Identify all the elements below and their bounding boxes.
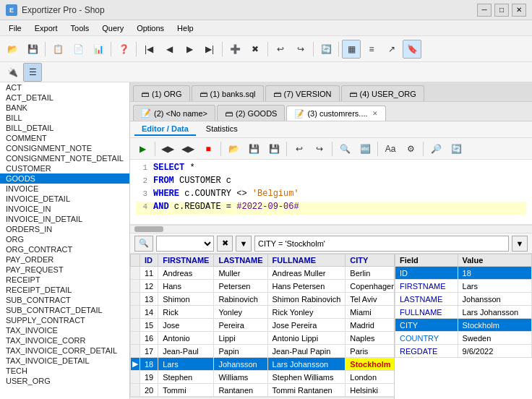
filter-apply-button[interactable]: ▼ xyxy=(236,236,252,252)
close-button[interactable]: ✕ xyxy=(512,4,526,17)
nav-first[interactable]: |◀ xyxy=(140,40,158,59)
menu-tools[interactable]: Tools xyxy=(65,22,95,34)
props-row[interactable]: FULLNAMELars Johansson xyxy=(395,306,532,319)
filter-clear-button[interactable]: ✖ xyxy=(217,236,233,252)
col-header-id[interactable]: ID xyxy=(140,254,158,267)
save-sql-button[interactable]: 💾 xyxy=(244,140,263,158)
tab-goods[interactable]: 🗃 (2) GOODS xyxy=(217,105,285,121)
search-text-button[interactable]: 🔤 xyxy=(356,140,374,158)
sidebar-item-bank[interactable]: BANK xyxy=(0,103,129,113)
props-row[interactable]: REGDATE9/6/2022 xyxy=(395,345,532,358)
nav-prev[interactable]: ◀ xyxy=(160,40,179,59)
sidebar-item-sub-contract-detail[interactable]: SUB_CONTRACT_DETAIL xyxy=(0,305,129,315)
minimize-button[interactable]: ─ xyxy=(477,4,492,17)
tab-user-org[interactable]: 🗃 (4) USER_ORG xyxy=(341,85,424,101)
sidebar-item-receipt-detail[interactable]: RECEIPT_DETAIL xyxy=(0,285,129,295)
sidebar-item-receipt[interactable]: RECEIPT xyxy=(0,275,129,285)
sidebar-item-org-contract[interactable]: ORG_CONTRACT xyxy=(0,244,129,254)
add-button[interactable]: ➕ xyxy=(226,40,244,59)
properties-button[interactable]: 📊 xyxy=(89,40,108,59)
sidebar-item-invoice-in-detail[interactable]: INVOICE_IN_DETAIL xyxy=(0,214,129,224)
undo-button[interactable]: ↩ xyxy=(271,40,290,59)
props-row[interactable]: ID18 xyxy=(395,267,532,280)
table-row[interactable]: ▶18LarsJohanssonLars JohanssonStockholmS… xyxy=(131,358,395,371)
copy-button[interactable]: 📋 xyxy=(48,40,67,59)
props-row[interactable]: FIRSTNAMELars xyxy=(395,280,532,293)
save-as-sql-button[interactable]: 💾 xyxy=(265,140,283,158)
col-header-fullname[interactable]: FULLNAME xyxy=(267,254,346,267)
sidebar-item-goods[interactable]: GOODS xyxy=(0,173,129,184)
sidebar-item-comment[interactable]: COMMENT xyxy=(0,133,129,143)
table-row[interactable]: 17Jean-PaulPapinJean-Paul PapinParisFran… xyxy=(131,345,395,358)
nav-last[interactable]: ▶| xyxy=(200,40,219,59)
table-row[interactable]: 13ShimonRabinovichShimon RabinovichTel A… xyxy=(131,293,395,306)
delete-button[interactable]: ✖ xyxy=(246,40,265,59)
tab-customers[interactable]: 📝 (3) customrers.... ✕ xyxy=(286,106,385,121)
menu-options[interactable]: Options xyxy=(131,22,170,34)
bookmark-button[interactable]: 🔖 xyxy=(403,40,421,59)
sidebar-item-orders-in[interactable]: ORDERS_IN xyxy=(0,224,129,234)
sidebar-item-tax-invoice-corr-detail[interactable]: TAX_INVOICE_CORR_DETAIL xyxy=(0,346,129,356)
sidebar-item-user-org[interactable]: USER_ORG xyxy=(0,376,129,386)
tab-org[interactable]: 🗃 (1) ORG xyxy=(133,85,190,101)
nav-next[interactable]: ▶ xyxy=(180,40,199,59)
sidebar-item-tax-invoice-corr[interactable]: TAX_INVOICE_CORR xyxy=(0,335,129,346)
sidebar-item-pay-request[interactable]: PAY_REQUEST xyxy=(0,265,129,275)
step-forward-button[interactable]: ◀▶ xyxy=(179,140,197,158)
props-row[interactable]: LASTNAMEJohansson xyxy=(395,293,532,306)
redo-button[interactable]: ↪ xyxy=(291,40,310,59)
sidebar-item-tax-invoice[interactable]: TAX_INVOICE xyxy=(0,325,129,335)
table-row[interactable]: 11AndreasMullerAndreas MullerBerlinGerma… xyxy=(131,267,395,280)
options-sql-button[interactable]: ⚙ xyxy=(401,140,420,158)
search-replace-button[interactable]: 🔍 xyxy=(335,140,354,158)
maximize-button[interactable]: □ xyxy=(494,4,509,17)
sidebar-item-act[interactable]: ACT xyxy=(0,82,129,93)
col-header-firstname[interactable]: FIRSTNAME xyxy=(158,254,214,267)
help-button[interactable]: ❓ xyxy=(114,40,133,59)
col-header-lastname[interactable]: LASTNAME xyxy=(214,254,267,267)
sidebar-item-invoice-detail[interactable]: INVOICE_DETAIL xyxy=(0,194,129,204)
stop-button[interactable]: ■ xyxy=(199,140,218,158)
grid-view-button[interactable]: ▦ xyxy=(342,40,361,59)
sidebar-item-tax-invoice-detail[interactable]: TAX_INVOICE_DETAIL xyxy=(0,356,129,366)
sidebar-item-customer[interactable]: CUSTOMER xyxy=(0,163,129,173)
tab-version[interactable]: 🗃 (7) VERSION xyxy=(265,85,340,101)
open-button[interactable]: 📂 xyxy=(3,40,22,59)
step-back-button[interactable]: ◀▶ xyxy=(158,140,177,158)
sidebar-item-bill-detail[interactable]: BILL_DETAIL xyxy=(0,123,129,133)
sidebar-item-invoice-in[interactable]: INVOICE_IN xyxy=(0,204,129,214)
editor-tab-statistics[interactable]: Statistics xyxy=(199,123,245,136)
table-row[interactable]: 12HansPetersenHans PetersenCopenhagenDen… xyxy=(131,280,395,293)
sidebar-item-consignment-note-detail[interactable]: CONSIGNMENT_NOTE_DETAIL xyxy=(0,153,129,163)
menu-file[interactable]: File xyxy=(3,22,27,34)
sidebar-item-invoice[interactable]: INVOICE xyxy=(0,184,129,194)
sidebar-item-tech[interactable]: TECH xyxy=(0,366,129,376)
run-button[interactable]: ▶ xyxy=(133,140,152,158)
data-grid[interactable]: ID FIRSTNAME LASTNAME FULLNAME CITY COUN… xyxy=(130,254,395,399)
open-sql-button[interactable]: 📂 xyxy=(224,140,243,158)
sidebar-item-sub-contract[interactable]: SUB_CONTRACT xyxy=(0,295,129,305)
sql-editor[interactable]: 1 SELECT * 2 FROM CUSTOMER c 3 WHERE c.C… xyxy=(130,160,532,225)
sidebar-item-consignment-note[interactable]: CONSIGNMENT_NOTE xyxy=(0,143,129,153)
sidebar-item-act-detail[interactable]: ACT_DETAIL xyxy=(0,93,129,103)
connect-button[interactable]: 🔌 xyxy=(3,63,22,82)
props-row[interactable]: COUNTRYSweden xyxy=(395,332,532,345)
sidebar-item-pay-order[interactable]: PAY_ORDER xyxy=(0,254,129,265)
menu-export[interactable]: Export xyxy=(29,22,64,34)
table-row[interactable]: 14RickYonleyRick YonleyMiamiUnited State xyxy=(131,306,395,319)
find-button[interactable]: 🔎 xyxy=(426,140,445,158)
filter-column-dropdown[interactable] xyxy=(156,236,214,252)
col-header-city[interactable]: CITY xyxy=(346,254,395,267)
filter-dropdown-arrow[interactable]: ▼ xyxy=(512,236,528,252)
sidebar-item-supply-contract[interactable]: SUPPLY_CONTRACT xyxy=(0,315,129,325)
filter-icon-button[interactable]: 🔍 xyxy=(134,236,153,252)
format-button[interactable]: Aa xyxy=(381,140,400,158)
table-row[interactable]: 15JosePereiraJose PereiraMadridSpain xyxy=(131,319,395,332)
tab-banks[interactable]: 🗃 (1) banks.sql xyxy=(192,85,264,101)
editor-tab-data[interactable]: Editor / Data xyxy=(134,123,196,136)
undo-sql-button[interactable]: ↩ xyxy=(290,140,309,158)
export-button[interactable]: ↗ xyxy=(382,40,401,59)
menu-help[interactable]: Help xyxy=(171,22,200,34)
props-row[interactable]: CITYStockholm xyxy=(395,319,532,332)
table-row[interactable]: 19StephenWilliamsStephen WilliamsLondonU… xyxy=(131,371,395,384)
